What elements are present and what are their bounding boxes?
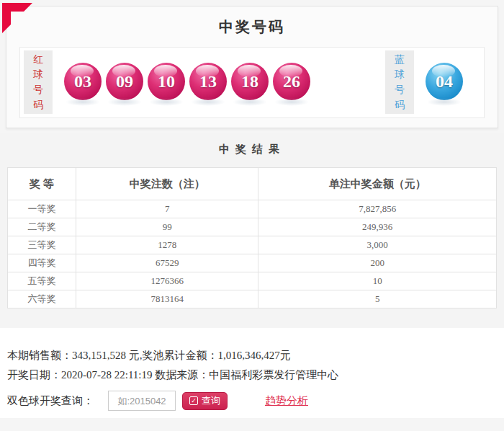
prize-level: 四等奖	[8, 254, 76, 272]
issue-number-input[interactable]	[108, 391, 176, 411]
red-ball-1: 03	[64, 63, 102, 100]
column-header-count: 中奖注数（注）	[76, 168, 258, 200]
prize-count: 1276366	[76, 272, 258, 290]
blue-ball: 04	[426, 63, 463, 100]
table-row: 一等奖 7 7,827,856	[8, 200, 497, 218]
draw-date-line: 开奖日期：2020-07-28 22:11:19 数据来源：中国福利彩票发行管理…	[7, 368, 338, 382]
prize-level: 一等奖	[8, 200, 76, 218]
prize-count: 1278	[76, 236, 258, 254]
trend-analysis-link[interactable]: 趋势分析	[265, 394, 308, 408]
prize-level: 二等奖	[8, 218, 76, 236]
table-row: 三等奖 1278 3,000	[8, 236, 497, 254]
prize-level: 六等奖	[8, 290, 76, 308]
prize-count: 7813164	[76, 290, 258, 308]
prize-table: 奖 等 中奖注数（注） 单注中奖金额（元） 一等奖 7 7,827,856 二等…	[7, 167, 497, 308]
table-row: 二等奖 99 249,936	[8, 218, 497, 236]
column-header-amount: 单注中奖金额（元）	[258, 168, 497, 200]
red-ball-6: 26	[273, 63, 310, 100]
prize-amount: 10	[258, 272, 497, 290]
red-ball-4: 13	[189, 63, 227, 100]
red-ball-5: 18	[231, 63, 269, 100]
prize-level: 五等奖	[8, 272, 76, 290]
footer-section: 本期销售额：343,151,528 元,奖池累计金额：1,016,346,427…	[0, 328, 504, 418]
numbers-panel: 红球号码 03 09 10 13 18 26 蓝球号码 04	[19, 47, 485, 118]
lottery-results-page: 中奖号码 红球号码 03 09 10 13 18 26 蓝球号码 04 中奖结果…	[0, 0, 504, 431]
table-row: 四等奖 67529 200	[8, 254, 497, 272]
prize-count: 67529	[76, 254, 258, 272]
column-header-level: 奖 等	[8, 168, 76, 200]
query-label: 双色球开奖查询：	[7, 394, 94, 408]
prize-amount: 5	[258, 290, 497, 308]
red-balls-label: 红球号码	[24, 50, 53, 114]
results-title: 中奖结果	[0, 133, 504, 156]
query-button[interactable]: ✓ 查询	[182, 392, 228, 410]
prize-amount: 200	[258, 254, 497, 272]
query-button-label: 查询	[202, 394, 220, 407]
checkbox-check-icon: ✓	[189, 396, 198, 405]
query-row: 双色球开奖查询： ✓ 查询 趋势分析	[7, 390, 308, 412]
blue-ball-label: 蓝球号码	[385, 50, 414, 114]
sales-summary-line: 本期销售额：343,151,528 元,奖池累计金额：1,016,346,427…	[7, 349, 291, 363]
table-row: 六等奖 7813164 5	[8, 290, 497, 308]
table-header-row: 奖 等 中奖注数（注） 单注中奖金额（元）	[8, 168, 497, 200]
prize-amount: 3,000	[258, 236, 497, 254]
results-section: 中奖结果 奖 等 中奖注数（注） 单注中奖金额（元） 一等奖 7 7,827,8…	[0, 133, 504, 328]
table-row: 五等奖 1276366 10	[8, 272, 497, 290]
prize-count: 99	[76, 218, 258, 236]
prize-amount: 249,936	[258, 218, 497, 236]
winning-numbers-title: 中奖号码	[6, 17, 498, 37]
red-ball-2: 09	[106, 63, 143, 100]
winning-numbers-section: 中奖号码 红球号码 03 09 10 13 18 26 蓝球号码 04	[6, 6, 498, 128]
prize-amount: 7,827,856	[258, 200, 497, 218]
prize-count: 7	[76, 200, 258, 218]
red-ball-3: 10	[148, 63, 185, 100]
prize-level: 三等奖	[8, 236, 76, 254]
